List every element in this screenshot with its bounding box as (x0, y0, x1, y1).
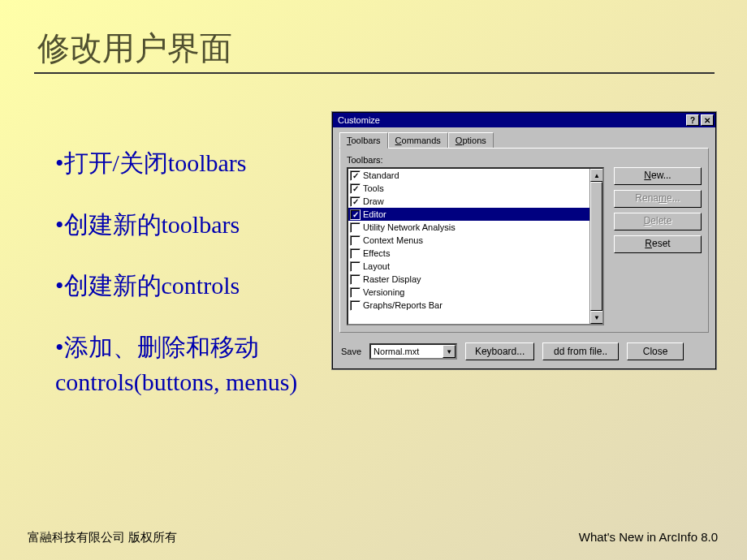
list-item[interactable]: Graphs/Reports Bar (348, 299, 602, 312)
dialog-bottom: Save Normal.mxt ▼ Keyboard... dd from fi… (333, 338, 715, 368)
bullet-list: 打开/关闭toolbars 创建新的toolbars 创建新的controls … (32, 113, 341, 426)
list-item[interactable]: Raster Display (348, 273, 602, 286)
scroll-up-icon[interactable]: ▲ (590, 169, 603, 182)
checkbox-icon[interactable] (350, 261, 361, 272)
dialog-title: Customize (338, 115, 684, 125)
add-from-file-button[interactable]: dd from file.. (542, 342, 619, 360)
dialog-titlebar[interactable]: Customize ? ✕ (333, 113, 715, 127)
checkbox-icon[interactable] (350, 287, 361, 298)
footer-title: What's New in ArcInfo 8.0 (579, 530, 718, 545)
checkbox-icon[interactable] (350, 222, 361, 233)
tab-panel: Toolbars: StandardToolsDrawEditorUtility… (339, 148, 709, 333)
list-item-label: Raster Display (363, 274, 421, 284)
checkbox-icon[interactable] (350, 274, 361, 285)
checkbox-icon[interactable] (350, 170, 361, 181)
bullet-item: 创建新的toolbars (32, 207, 341, 243)
tab-options[interactable]: Options (448, 132, 494, 148)
scrollbar[interactable]: ▲ ▼ (589, 169, 602, 324)
list-item-label: Utility Network Analysis (363, 222, 456, 232)
list-item[interactable]: Layout (348, 260, 602, 273)
chevron-down-icon[interactable]: ▼ (443, 345, 456, 358)
bullet-item: 添加、删除和移动controls(buttons, menus) (32, 330, 341, 400)
list-item[interactable]: Utility Network Analysis (348, 221, 602, 234)
toolbars-listbox[interactable]: StandardToolsDrawEditorUtility Network A… (347, 167, 604, 325)
customize-dialog: Customize ? ✕ Toolbars Commands Options … (332, 112, 716, 369)
list-item[interactable]: Editor (348, 208, 602, 221)
delete-button[interactable]: Delete (614, 213, 702, 230)
combo-value: Normal.mxt (374, 347, 419, 356)
tab-commands[interactable]: Commands (388, 132, 448, 148)
keyboard-button[interactable]: Keyboard... (465, 342, 534, 360)
checkbox-icon[interactable] (350, 235, 361, 246)
list-item-label: Context Menus (363, 235, 423, 245)
list-item-label: Versioning (363, 287, 404, 297)
list-item[interactable]: Versioning (348, 286, 602, 299)
checkbox-icon[interactable] (350, 248, 361, 259)
scroll-down-icon[interactable]: ▼ (590, 311, 603, 324)
list-item-label: Editor (363, 209, 386, 219)
scroll-thumb[interactable] (590, 182, 602, 311)
list-item-label: Effects (363, 248, 390, 258)
checkbox-icon[interactable] (350, 209, 361, 220)
bullet-item: 打开/关闭toolbars (32, 145, 341, 181)
checkbox-icon[interactable] (350, 196, 361, 207)
save-combo[interactable]: Normal.mxt ▼ (369, 343, 457, 360)
close-icon[interactable]: ✕ (701, 114, 714, 126)
list-item-label: Tools (363, 183, 384, 193)
tabs: Toolbars Commands Options (333, 127, 715, 148)
toolbars-label: Toolbars: (347, 155, 702, 165)
slide-title: 修改用户界面 (0, 0, 747, 72)
new-button[interactable]: New... (614, 167, 702, 185)
tab-toolbars[interactable]: Toolbars (339, 132, 388, 149)
list-item[interactable]: Effects (348, 247, 602, 260)
list-item[interactable]: Draw (348, 195, 602, 208)
footer: 富融科技有限公司 版权所有 What's New in ArcInfo 8.0 (28, 530, 718, 545)
close-button[interactable]: Close (627, 342, 684, 360)
checkbox-icon[interactable] (350, 183, 361, 194)
list-item-label: Layout (363, 261, 390, 271)
list-item-label: Draw (363, 196, 384, 206)
save-label: Save (341, 347, 361, 356)
checkbox-icon[interactable] (350, 300, 361, 311)
rename-button[interactable]: Rename... (614, 190, 702, 208)
reset-button[interactable]: Reset (614, 235, 702, 253)
bullet-item: 创建新的controls (32, 268, 341, 304)
help-button[interactable]: ? (686, 114, 699, 126)
list-item-label: Standard (363, 170, 399, 180)
list-item[interactable]: Context Menus (348, 234, 602, 247)
list-item-label: Graphs/Reports Bar (363, 300, 443, 310)
footer-copyright: 富融科技有限公司 版权所有 (28, 530, 177, 545)
list-item[interactable]: Tools (348, 182, 602, 195)
list-item[interactable]: Standard (348, 169, 602, 182)
